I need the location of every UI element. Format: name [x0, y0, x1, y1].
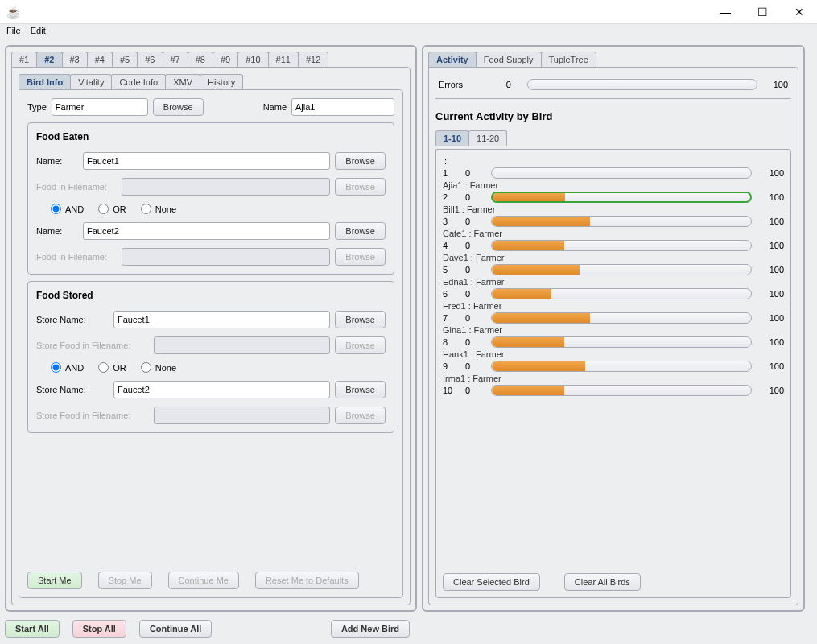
- food-eaten-file-input-1: [122, 178, 330, 196]
- food-eaten-radio-or[interactable]: OR: [98, 204, 126, 214]
- food-eaten-browse-1[interactable]: Browse: [335, 152, 386, 170]
- activity-label-2: Ajia1 : Farmer: [443, 180, 784, 190]
- food-stored-file-label-1: Store Food in Filename:: [36, 341, 149, 350]
- activity-progress-2: [491, 192, 752, 203]
- activity-item-7: Fred1 : Farmer70100: [443, 301, 784, 325]
- menu-file[interactable]: File: [6, 26, 21, 39]
- clear-selected-button[interactable]: Clear Selected Bird: [443, 573, 540, 591]
- activity-progress-4: [491, 240, 752, 251]
- tab-range-1-10[interactable]: 1-10: [435, 130, 469, 146]
- menu-edit[interactable]: Edit: [31, 26, 46, 39]
- bird-control-row: Start Me Stop Me Continue Me Reset Me to…: [27, 572, 394, 589]
- food-stored-title: Food Stored: [36, 290, 386, 301]
- tab-bird-#7[interactable]: #7: [163, 52, 188, 67]
- window-controls: — ☐ ✕: [714, 6, 811, 19]
- close-button[interactable]: ✕: [788, 6, 811, 19]
- activity-progress-10: [491, 385, 752, 396]
- food-eaten-radio-none[interactable]: None: [141, 204, 176, 214]
- minimize-button[interactable]: —: [714, 6, 737, 19]
- food-eaten-name-input-1[interactable]: [83, 152, 330, 170]
- tab-bird-#12[interactable]: #12: [298, 52, 328, 67]
- activity-hi: 100: [761, 337, 784, 347]
- food-eaten-name-label-2: Name:: [36, 226, 78, 236]
- activity-hi: 100: [761, 192, 784, 202]
- food-eaten-name-input-2[interactable]: [83, 222, 330, 240]
- activity-item-8: Gina1 : Farmer80100: [443, 325, 784, 349]
- food-eaten-browse-2[interactable]: Browse: [335, 222, 386, 240]
- tab-info-vitality[interactable]: Vitality: [70, 74, 112, 89]
- activity-item-1: 10100: [443, 166, 784, 180]
- food-stored-name-input-2[interactable]: [113, 381, 330, 398]
- activity-hi: 100: [761, 386, 784, 395]
- activity-lo: 0: [465, 192, 481, 202]
- maximize-button[interactable]: ☐: [751, 6, 774, 19]
- name-input[interactable]: [291, 98, 394, 116]
- tab-bird-#11[interactable]: #11: [268, 52, 299, 67]
- food-eaten-file-browse-2: Browse: [335, 248, 386, 266]
- activity-range-tabs: 1-1011-20: [435, 130, 791, 146]
- activity-lo: 0: [465, 241, 481, 250]
- activity-item-2: Ajia1 : Farmer20100: [443, 180, 784, 204]
- food-eaten-fieldset: Food Eaten Name: Browse Food in Filename…: [27, 122, 394, 275]
- errors-progress: [527, 79, 757, 90]
- type-input[interactable]: [52, 98, 148, 116]
- tab-right-food-supply[interactable]: Food Supply: [476, 52, 542, 67]
- activity-item-3: Bill1 : Farmer30100: [443, 204, 784, 229]
- activity-hi: 100: [761, 217, 784, 226]
- tab-bird-#1[interactable]: #1: [11, 52, 37, 67]
- activity-lo: 0: [465, 265, 481, 275]
- tab-bird-#9[interactable]: #9: [213, 52, 238, 67]
- food-stored-radio-and[interactable]: AND: [51, 362, 84, 373]
- food-stored-browse-2[interactable]: Browse: [335, 381, 386, 398]
- activity-progress-9: [491, 361, 752, 372]
- tab-bird-#2[interactable]: #2: [36, 52, 62, 67]
- tab-info-history[interactable]: History: [200, 74, 243, 89]
- tab-bird-#10[interactable]: #10: [237, 52, 268, 67]
- activity-item-10: Irma1 : Farmer100100: [443, 374, 784, 398]
- type-label: Type: [27, 102, 47, 112]
- bird-index-tabs: #1#2#3#4#5#6#7#8#9#10#11#12: [11, 52, 411, 67]
- activity-progress-7: [491, 312, 752, 324]
- activity-label-5: Dave1 : Farmer: [443, 253, 784, 262]
- food-stored-file-browse-2: Browse: [335, 407, 386, 424]
- activity-title: Current Activity by Bird: [435, 109, 791, 127]
- activity-lo: 0: [465, 337, 481, 347]
- add-new-bird-button[interactable]: Add New Bird: [331, 620, 410, 638]
- food-stored-browse-1[interactable]: Browse: [335, 311, 386, 328]
- tab-info-bird-info[interactable]: Bird Info: [19, 74, 71, 89]
- food-stored-file-label-2: Store Food in Filename:: [36, 411, 149, 420]
- tab-bird-#4[interactable]: #4: [87, 52, 113, 67]
- food-eaten-file-label-2: Food in Filename:: [36, 252, 117, 262]
- activity-index: 10: [443, 386, 456, 395]
- tab-bird-#3[interactable]: #3: [62, 52, 88, 67]
- activity-index: 5: [443, 265, 456, 275]
- activity-lo: 0: [465, 313, 481, 323]
- start-all-button[interactable]: Start All: [5, 620, 60, 638]
- activity-lo: 0: [465, 168, 481, 178]
- tab-range-11-20[interactable]: 11-20: [468, 130, 507, 146]
- continue-all-button[interactable]: Continue All: [139, 620, 212, 638]
- tab-right-tupletree[interactable]: TupleTree: [541, 52, 596, 67]
- tab-right-activity[interactable]: Activity: [428, 52, 477, 67]
- type-browse-button[interactable]: Browse: [153, 98, 204, 116]
- activity-hi: 100: [761, 361, 784, 371]
- food-eaten-radios: AND OR None: [36, 204, 386, 214]
- food-stored-name-input-1[interactable]: [113, 311, 330, 328]
- food-eaten-radio-and[interactable]: AND: [51, 204, 84, 214]
- activity-progress-8: [491, 336, 752, 348]
- start-me-button[interactable]: Start Me: [27, 572, 82, 589]
- activity-label-4: Cate1 : Farmer: [443, 229, 784, 238]
- food-eaten-file-browse-1: Browse: [335, 178, 386, 196]
- tab-bird-#8[interactable]: #8: [188, 52, 213, 67]
- food-stored-radio-or[interactable]: OR: [98, 362, 126, 373]
- tab-bird-#5[interactable]: #5: [112, 52, 138, 67]
- tab-info-xmv[interactable]: XMV: [165, 74, 200, 89]
- activity-index: 8: [443, 337, 456, 347]
- errors-label: Errors: [439, 80, 463, 89]
- tab-bird-#6[interactable]: #6: [137, 52, 163, 67]
- stop-all-button[interactable]: Stop All: [72, 620, 126, 638]
- food-stored-radio-none[interactable]: None: [141, 362, 176, 373]
- clear-all-button[interactable]: Clear All Birds: [564, 573, 641, 591]
- activity-label-7: Fred1 : Farmer: [443, 301, 784, 311]
- tab-info-code-info[interactable]: Code Info: [111, 74, 166, 89]
